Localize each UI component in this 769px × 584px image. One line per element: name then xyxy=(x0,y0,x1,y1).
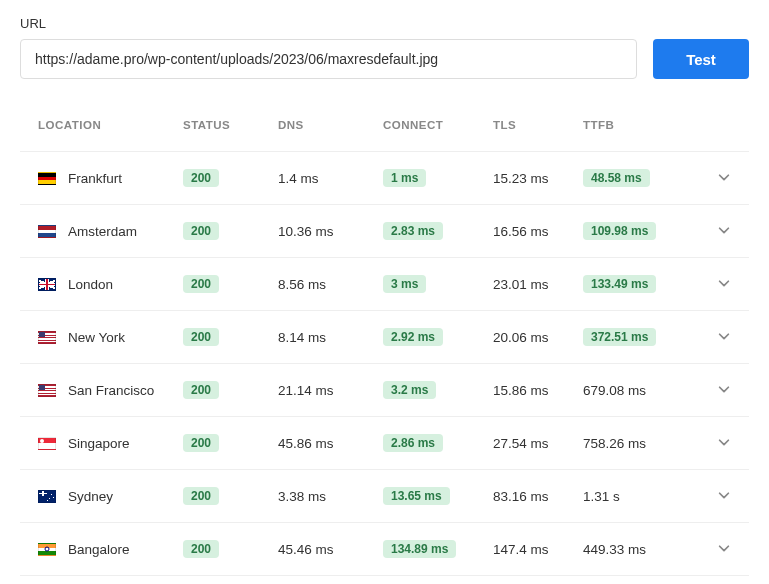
table-row: Amsterdam20010.36 ms2.83 ms16.56 ms109.9… xyxy=(20,205,749,258)
flag-icon xyxy=(38,543,56,556)
ttfb-value: 1.31 s xyxy=(583,489,620,504)
connect-badge: 13.65 ms xyxy=(383,487,450,505)
dns-value: 1.4 ms xyxy=(270,152,375,205)
tls-value: 20.06 ms xyxy=(485,311,575,364)
table-row: Singapore20045.86 ms2.86 ms27.54 ms758.2… xyxy=(20,417,749,470)
location-name: Sydney xyxy=(68,489,113,504)
chevron-down-icon xyxy=(717,437,731,452)
table-row: Frankfurt2001.4 ms1 ms15.23 ms48.58 ms xyxy=(20,152,749,205)
flag-icon xyxy=(38,437,56,450)
tls-value: 16.56 ms xyxy=(485,205,575,258)
test-button[interactable]: Test xyxy=(653,39,749,79)
dns-value: 3.38 ms xyxy=(270,470,375,523)
table-row: Bangalore20045.46 ms134.89 ms147.4 ms449… xyxy=(20,523,749,576)
header-ttfb: TTFB xyxy=(575,109,705,152)
location-name: Singapore xyxy=(68,436,130,451)
ttfb-badge: 109.98 ms xyxy=(583,222,656,240)
header-location: LOCATION xyxy=(20,109,175,152)
header-connect: CONNECT xyxy=(375,109,485,152)
tls-value: 15.86 ms xyxy=(485,364,575,417)
location-name: Bangalore xyxy=(68,542,130,557)
expand-row-button[interactable] xyxy=(705,364,749,417)
table-row: Sydney2003.38 ms13.65 ms83.16 ms1.31 s xyxy=(20,470,749,523)
chevron-down-icon xyxy=(717,172,731,187)
connect-badge: 3 ms xyxy=(383,275,426,293)
dns-value: 21.14 ms xyxy=(270,364,375,417)
table-row: New York2008.14 ms2.92 ms20.06 ms372.51 … xyxy=(20,311,749,364)
flag-icon xyxy=(38,490,56,503)
table-row: London2008.56 ms3 ms23.01 ms133.49 ms xyxy=(20,258,749,311)
tls-value: 15.23 ms xyxy=(485,152,575,205)
flag-icon xyxy=(38,278,56,291)
chevron-down-icon xyxy=(717,331,731,346)
connect-badge: 3.2 ms xyxy=(383,381,436,399)
status-badge: 200 xyxy=(183,487,219,505)
tls-value: 27.54 ms xyxy=(485,417,575,470)
status-badge: 200 xyxy=(183,434,219,452)
expand-row-button[interactable] xyxy=(705,152,749,205)
location-name: London xyxy=(68,277,113,292)
tls-value: 23.01 ms xyxy=(485,258,575,311)
dns-value: 8.56 ms xyxy=(270,258,375,311)
ttfb-value: 758.26 ms xyxy=(583,436,646,451)
expand-row-button[interactable] xyxy=(705,523,749,576)
expand-row-button[interactable] xyxy=(705,417,749,470)
header-tls: TLS xyxy=(485,109,575,152)
flag-icon xyxy=(38,331,56,344)
results-table: LOCATION STATUS DNS CONNECT TLS TTFB Fra… xyxy=(20,109,749,576)
location-name: Amsterdam xyxy=(68,224,137,239)
header-status: STATUS xyxy=(175,109,270,152)
chevron-down-icon xyxy=(717,543,731,558)
status-badge: 200 xyxy=(183,540,219,558)
expand-row-button[interactable] xyxy=(705,470,749,523)
expand-row-button[interactable] xyxy=(705,205,749,258)
ttfb-badge: 48.58 ms xyxy=(583,169,650,187)
expand-row-button[interactable] xyxy=(705,258,749,311)
connect-badge: 2.83 ms xyxy=(383,222,443,240)
chevron-down-icon xyxy=(717,225,731,240)
connect-badge: 1 ms xyxy=(383,169,426,187)
status-badge: 200 xyxy=(183,222,219,240)
status-badge: 200 xyxy=(183,381,219,399)
ttfb-badge: 372.51 ms xyxy=(583,328,656,346)
status-badge: 200 xyxy=(183,169,219,187)
chevron-down-icon xyxy=(717,278,731,293)
table-row: San Francisco20021.14 ms3.2 ms15.86 ms67… xyxy=(20,364,749,417)
ttfb-badge: 133.49 ms xyxy=(583,275,656,293)
url-input[interactable] xyxy=(20,39,637,79)
dns-value: 10.36 ms xyxy=(270,205,375,258)
connect-badge: 2.92 ms xyxy=(383,328,443,346)
chevron-down-icon xyxy=(717,384,731,399)
url-label: URL xyxy=(20,16,749,31)
connect-badge: 2.86 ms xyxy=(383,434,443,452)
location-name: Frankfurt xyxy=(68,171,122,186)
tls-value: 83.16 ms xyxy=(485,470,575,523)
flag-icon xyxy=(38,172,56,185)
location-name: San Francisco xyxy=(68,383,154,398)
dns-value: 8.14 ms xyxy=(270,311,375,364)
status-badge: 200 xyxy=(183,275,219,293)
tls-value: 147.4 ms xyxy=(485,523,575,576)
chevron-down-icon xyxy=(717,490,731,505)
ttfb-value: 449.33 ms xyxy=(583,542,646,557)
header-dns: DNS xyxy=(270,109,375,152)
flag-icon xyxy=(38,225,56,238)
connect-badge: 134.89 ms xyxy=(383,540,456,558)
dns-value: 45.46 ms xyxy=(270,523,375,576)
flag-icon xyxy=(38,384,56,397)
location-name: New York xyxy=(68,330,125,345)
status-badge: 200 xyxy=(183,328,219,346)
expand-row-button[interactable] xyxy=(705,311,749,364)
dns-value: 45.86 ms xyxy=(270,417,375,470)
ttfb-value: 679.08 ms xyxy=(583,383,646,398)
